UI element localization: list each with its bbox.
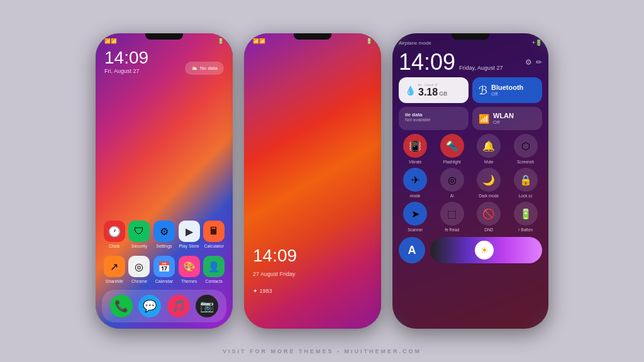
app-calculator[interactable]: 🖩 Calculator — [202, 221, 226, 248]
app-settings-icon: ⚙ — [153, 221, 175, 242]
cp-wlan-card[interactable]: 📶 WLAN Off — [472, 107, 542, 130]
phone-1-dock: 📞 💬 🎵 📷 — [102, 290, 226, 322]
dock-music[interactable]: 🎵 — [167, 295, 190, 317]
app-contacts-label: Contacts — [205, 279, 223, 283]
cp-time: 14:09 — [399, 51, 455, 74]
cp-edit-icon[interactable]: ✏ — [536, 58, 542, 67]
toggle-lockscreen-circle: 🔒 — [514, 168, 538, 192]
toggle-ai[interactable]: ◎ Ai — [436, 168, 469, 198]
app-chrome-icon: ◎ — [128, 256, 150, 277]
toggle-vibrate[interactable]: 📳 Vibrate — [399, 134, 432, 164]
weather-widget: ⛅ No data — [185, 62, 224, 75]
cp-airplane-mode: Airplane mode — [399, 40, 431, 46]
cp-settings-icon[interactable]: ⚙ — [525, 58, 532, 67]
app-clock-icon: 🕐 — [104, 221, 125, 242]
toggle-lockscreen[interactable]: 🔒 Lock sc — [509, 168, 543, 198]
app-row-2: ↗ ShareMe ◎ Chrome 📅 Calendar 🎨 — [102, 256, 226, 283]
cp-brightness-slider[interactable]: ☀ — [430, 237, 542, 263]
toggle-airplane[interactable]: ✈ mode — [399, 168, 432, 198]
app-clock[interactable]: 🕐 Clock — [103, 221, 126, 248]
cp-mobile-card[interactable]: ile data Not available — [399, 107, 469, 130]
cp-toggles-row2: ✈ mode ◎ Ai 🌙 Dark mode 🔒 Lock sc — [399, 168, 542, 198]
phone-1-ui: 📶📶 🔋 14:09 Fri, August 27 ⛅ No data 🕐 Cl… — [96, 33, 233, 329]
app-calendar[interactable]: 📅 Calendar — [152, 256, 176, 283]
phone-2-date: 27 August Friday — [253, 271, 296, 277]
cp-bluetooth-card[interactable]: ℬ Bluetooth Off — [472, 77, 542, 103]
toggle-screenshot-circle: ⬡ — [514, 134, 538, 158]
dock-camera[interactable]: 📷 — [196, 295, 218, 317]
app-contacts[interactable]: 👤 Contacts — [202, 256, 226, 283]
toggle-mute-label: Mute — [484, 160, 493, 164]
cp-storage-icon: 💧 — [405, 85, 416, 96]
toggle-lockscreen-label: Lock sc — [519, 194, 533, 198]
phone-3-screen: Airplane mode +🔋 14:09 Friday, August 27… — [392, 33, 548, 329]
app-playstore-icon: ▶ — [179, 221, 200, 242]
toggle-dnd[interactable]: 🚫 DND — [472, 202, 506, 232]
toggle-vibrate-label: Vibrate — [409, 160, 421, 164]
app-row-1: 🕐 Clock 🛡 Security ⚙ Settings ▶ — [102, 221, 226, 248]
cp-mobile-sub: Not available — [405, 118, 462, 122]
app-chrome[interactable]: ◎ Chrome — [127, 256, 151, 283]
phone-1: 📶📶 🔋 14:09 Fri, August 27 ⛅ No data 🕐 Cl… — [96, 33, 233, 329]
control-panel: Airplane mode +🔋 14:09 Friday, August 27… — [392, 33, 548, 329]
cp-mobile-wlan-row: ile data Not available 📶 WLAN Off — [399, 107, 542, 130]
cp-storage-value: 3.18 — [418, 87, 438, 98]
cp-storage-unit: GB — [439, 90, 447, 97]
toggle-scanner[interactable]: ⬚ fe Read — [436, 202, 469, 232]
toggle-airplane-label: mode — [410, 194, 420, 198]
toggle-vibrate-circle: 📳 — [403, 134, 427, 158]
app-shareme[interactable]: ↗ ShareMe — [103, 256, 126, 283]
app-playstore[interactable]: ▶ Play Store — [177, 221, 201, 248]
app-chrome-label: Chrome — [131, 279, 147, 283]
dock-phone[interactable]: 📞 — [110, 295, 133, 317]
cp-toggles-row1: 📳 Vibrate 🔦 Flashlight 🔔 Mute ⬡ Screensh — [399, 134, 542, 164]
cp-battery-icon: +🔋 — [532, 40, 542, 46]
app-themes[interactable]: 🎨 Themes — [177, 256, 201, 283]
app-calendar-label: Calendar — [155, 279, 173, 283]
toggle-ai-label: Ai — [450, 194, 454, 198]
cp-letter-btn[interactable]: A — [399, 237, 425, 263]
cp-storage-card: 💧 In Used ① 3.18 GB — [399, 77, 469, 103]
toggle-flashlight[interactable]: 🔦 Flashlight — [436, 134, 469, 164]
toggle-location[interactable]: ➤ Scanner — [399, 202, 432, 232]
cp-bt-label: Bluetooth — [491, 84, 523, 91]
app-settings-label: Settings — [156, 244, 172, 248]
cp-mobile-label: ile data — [405, 112, 462, 118]
dock-messages[interactable]: 💬 — [138, 295, 161, 317]
toggle-scanner-circle: ⬚ — [440, 202, 464, 226]
app-shareme-icon: ↗ — [104, 256, 125, 277]
toggle-darkmode-label: Dark mode — [479, 194, 499, 198]
toggle-mute[interactable]: 🔔 Mute — [472, 134, 506, 164]
wifi-icon: 📶 — [479, 114, 489, 124]
cp-wlan-sub: Off — [493, 119, 514, 125]
toggle-darkmode[interactable]: 🌙 Dark mode — [472, 168, 506, 198]
toggle-battery-circle: 🔋 — [514, 202, 538, 226]
toggle-scanner-label: fe Read — [445, 228, 459, 232]
app-themes-icon: 🎨 — [179, 256, 200, 277]
cp-topbar: Airplane mode +🔋 — [399, 40, 542, 46]
phone-2-time: 14:09 — [253, 246, 297, 266]
cp-wlan-label: WLAN — [493, 112, 514, 119]
app-settings[interactable]: ⚙ Settings — [152, 221, 176, 248]
app-contacts-icon: 👤 — [203, 256, 225, 277]
toggle-battery[interactable]: 🔋 r Batten — [509, 202, 543, 232]
phone-2-notch — [294, 33, 331, 40]
app-grid: 🕐 Clock 🛡 Security ⚙ Settings ▶ — [96, 221, 233, 291]
app-themes-label: Themes — [181, 279, 197, 283]
phone-1-notch — [145, 33, 183, 40]
phone-2-status-right: 🔋 — [366, 38, 372, 44]
cp-toggles-row3: ➤ Scanner ⬚ fe Read 🚫 DND 🔋 r Batten — [399, 202, 542, 232]
toggle-screenshot[interactable]: ⬡ Screensh — [509, 134, 543, 164]
app-playstore-label: Play Store — [179, 244, 199, 248]
toggle-battery-label: r Batten — [518, 228, 533, 232]
toggle-location-label: Scanner — [408, 228, 423, 232]
toggle-airplane-circle: ✈ — [403, 168, 427, 192]
toggle-flashlight-label: Flashlight — [443, 160, 461, 164]
app-security-icon: 🛡 — [128, 221, 150, 242]
app-shareme-label: ShareMe — [106, 279, 123, 283]
app-security-label: Security — [131, 244, 147, 248]
phone-3-notch — [452, 33, 489, 40]
toggle-dnd-circle: 🚫 — [477, 202, 501, 226]
app-security[interactable]: 🛡 Security — [127, 221, 151, 248]
bt-icon: ℬ — [479, 84, 487, 97]
